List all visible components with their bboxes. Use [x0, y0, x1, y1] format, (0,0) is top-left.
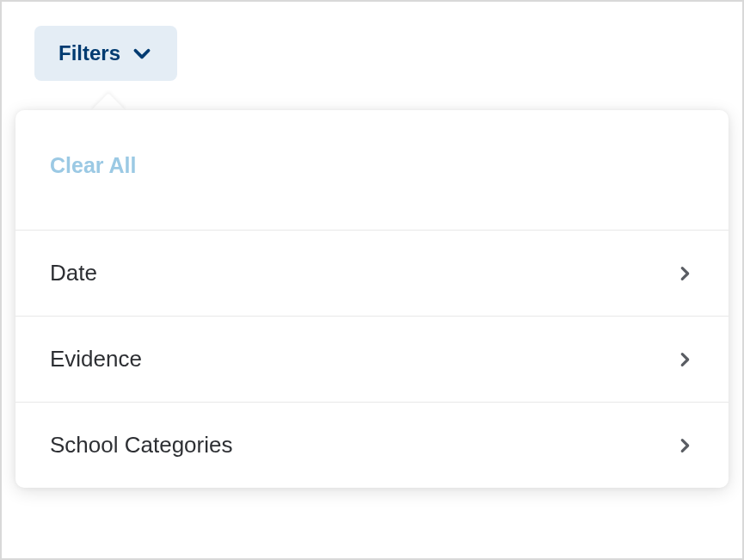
filter-item-label: School Categories [50, 432, 232, 458]
filter-item-school-categories[interactable]: School Categories [15, 403, 729, 488]
chevron-right-icon [675, 436, 694, 455]
clear-all-section: Clear All [15, 110, 729, 231]
popover-body: Clear All Date Evidence School Categorie… [15, 110, 729, 488]
filter-item-label: Evidence [50, 346, 142, 372]
filters-button[interactable]: Filters [34, 26, 177, 81]
clear-all-button[interactable]: Clear All [50, 153, 137, 178]
filter-item-label: Date [50, 260, 97, 286]
filter-item-evidence[interactable]: Evidence [15, 317, 729, 403]
filters-popover: Clear All Date Evidence School Categorie… [15, 110, 729, 488]
chevron-right-icon [675, 350, 694, 369]
chevron-right-icon [675, 264, 694, 283]
filter-item-date[interactable]: Date [15, 231, 729, 317]
filters-button-label: Filters [58, 41, 120, 65]
chevron-down-icon [131, 42, 153, 65]
